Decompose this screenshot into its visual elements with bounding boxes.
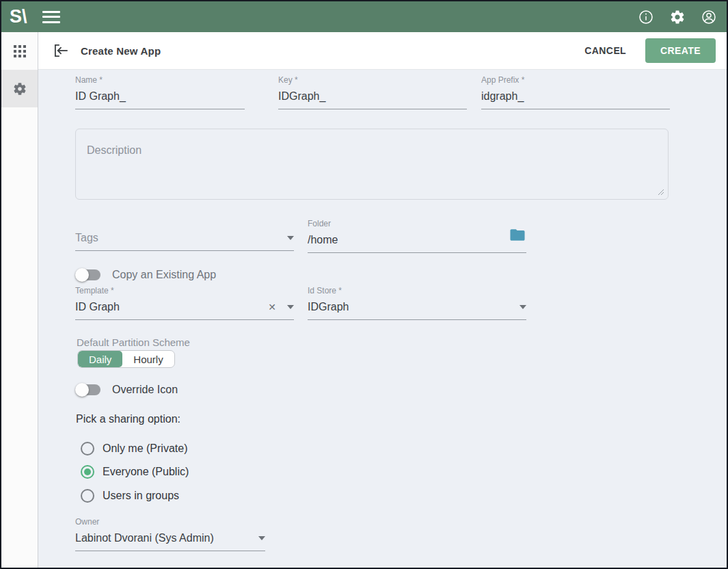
tags-field[interactable]: Tags bbox=[75, 230, 294, 251]
name-input[interactable] bbox=[75, 88, 245, 109]
tags-placeholder: Tags bbox=[75, 232, 282, 244]
owner-label: Owner bbox=[75, 517, 265, 527]
hamburger-menu-icon[interactable] bbox=[42, 11, 60, 23]
gear-icon[interactable] bbox=[669, 9, 686, 25]
clear-icon[interactable]: ✕ bbox=[268, 302, 276, 313]
account-circle-icon[interactable] bbox=[701, 9, 717, 25]
key-input[interactable] bbox=[278, 88, 467, 109]
create-button[interactable]: CREATE bbox=[645, 38, 716, 63]
copy-existing-toggle[interactable]: Copy an Existing App bbox=[75, 268, 216, 282]
app-prefix-field: App Prefix * bbox=[481, 75, 670, 109]
partition-option-daily[interactable]: Daily bbox=[78, 351, 122, 367]
sidebar-item-apps[interactable] bbox=[1, 32, 38, 70]
template-label: Template * bbox=[75, 286, 294, 295]
chevron-down-icon bbox=[287, 236, 294, 240]
chevron-down-icon bbox=[520, 305, 526, 309]
radio-everyone[interactable]: Everyone (Public) bbox=[81, 465, 189, 479]
back-exit-icon[interactable] bbox=[52, 42, 70, 59]
apps-grid-icon bbox=[14, 45, 26, 57]
description-field bbox=[75, 129, 669, 200]
app-prefix-label: App Prefix * bbox=[481, 75, 670, 85]
owner-value: Labinot Dvorani (Sys Admin) bbox=[75, 532, 253, 544]
app-window: S\ bbox=[0, 0, 728, 569]
page-toolbar: Create New App CANCEL CREATE bbox=[38, 32, 727, 70]
page-title: Create New App bbox=[81, 45, 161, 57]
override-icon-label: Override Icon bbox=[112, 384, 178, 396]
id-store-label: Id Store * bbox=[308, 286, 526, 295]
partition-scheme-switcher: Daily Hourly bbox=[77, 350, 175, 368]
id-store-field[interactable]: Id Store * IDGraph bbox=[308, 286, 526, 320]
override-icon-toggle[interactable]: Override Icon bbox=[75, 383, 178, 397]
template-field[interactable]: Template * ID Graph ✕ bbox=[75, 286, 294, 320]
name-field: Name * bbox=[75, 75, 245, 109]
chevron-down-icon bbox=[258, 536, 265, 540]
app-prefix-input[interactable] bbox=[481, 88, 670, 109]
partition-scheme-label: Default Partition Scheme bbox=[77, 336, 190, 348]
folder-icon[interactable] bbox=[510, 228, 525, 241]
toggle-off-icon bbox=[75, 268, 103, 282]
folder-field: Folder bbox=[308, 219, 526, 253]
left-sidebar bbox=[1, 32, 38, 568]
sidebar-item-settings[interactable] bbox=[1, 70, 38, 107]
sharing-option-label: Pick a sharing option: bbox=[76, 413, 180, 425]
partition-option-hourly[interactable]: Hourly bbox=[122, 351, 174, 367]
copy-existing-label: Copy an Existing App bbox=[112, 269, 216, 281]
radio-users-in-groups[interactable]: Users in groups bbox=[81, 489, 179, 503]
radio-unselected-icon bbox=[81, 442, 94, 455]
radio-selected-icon bbox=[81, 465, 94, 479]
template-value: ID Graph bbox=[75, 301, 262, 313]
key-field: Key * bbox=[278, 75, 467, 109]
owner-field[interactable]: Owner Labinot Dvorani (Sys Admin) bbox=[75, 517, 265, 551]
radio-only-me[interactable]: Only me (Private) bbox=[81, 442, 187, 455]
gear-icon bbox=[12, 81, 27, 96]
id-store-value: IDGraph bbox=[308, 301, 514, 313]
folder-label: Folder bbox=[308, 219, 526, 228]
create-app-form: Name * Key * App Prefix * bbox=[38, 70, 727, 568]
key-label: Key * bbox=[278, 75, 467, 85]
cancel-button[interactable]: CANCEL bbox=[575, 38, 636, 63]
name-label: Name * bbox=[75, 75, 245, 85]
app-header: S\ bbox=[1, 1, 727, 32]
chevron-down-icon bbox=[287, 305, 294, 309]
info-icon[interactable] bbox=[638, 9, 654, 25]
app-logo[interactable]: S\ bbox=[10, 8, 27, 26]
description-textarea[interactable] bbox=[75, 129, 669, 200]
folder-input[interactable] bbox=[308, 232, 526, 253]
toggle-off-icon bbox=[75, 383, 103, 397]
radio-unselected-icon bbox=[81, 489, 94, 503]
